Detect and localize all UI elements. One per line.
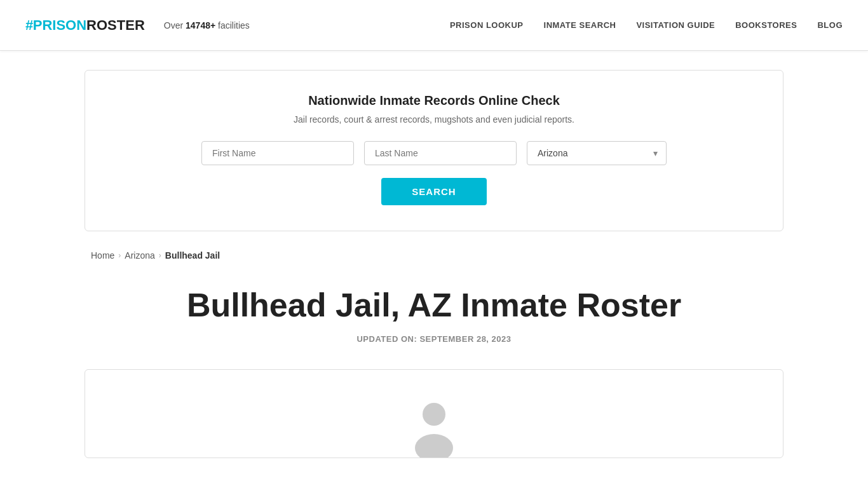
first-name-input[interactable] <box>201 141 354 165</box>
person-silhouette-icon <box>409 400 459 458</box>
chevron-icon-2: › <box>159 251 161 260</box>
person-icon-wrapper <box>409 400 459 458</box>
nav-visitation-guide[interactable]: VISITATION GUIDE <box>636 20 715 30</box>
search-button[interactable]: SEARCH <box>381 178 486 205</box>
state-select-wrapper: AlabamaAlaskaArizonaArkansasCaliforniaCo… <box>527 141 667 165</box>
site-header: #PRISONROSTER Over 14748+ facilities PRI… <box>0 0 868 51</box>
roster-card-inner <box>85 375 783 458</box>
breadcrumb: Home › Arizona › Bullhead Jail <box>85 250 783 261</box>
search-widget: Nationwide Inmate Records Online Check J… <box>85 70 783 231</box>
breadcrumb-home[interactable]: Home <box>91 250 114 261</box>
breadcrumb-state[interactable]: Arizona <box>125 250 154 261</box>
search-form: AlabamaAlaskaArizonaArkansasCaliforniaCo… <box>111 141 757 165</box>
roster-card <box>85 369 783 458</box>
page-title: Bullhead Jail, AZ Inmate Roster <box>13 286 855 324</box>
main-nav: PRISON LOOKUP INMATE SEARCH VISITATION G… <box>450 20 843 30</box>
widget-subtitle: Jail records, court & arrest records, mu… <box>111 114 757 125</box>
updated-on: UPDATED ON: SEPTEMBER 28, 2023 <box>13 334 855 344</box>
search-btn-row: SEARCH <box>111 178 757 205</box>
breadcrumb-current: Bullhead Jail <box>165 250 220 261</box>
state-select[interactable]: AlabamaAlaskaArizonaArkansasCaliforniaCo… <box>527 141 667 165</box>
nav-prison-lookup[interactable]: PRISON LOOKUP <box>450 20 524 30</box>
logo-prison: PRISON <box>33 17 86 34</box>
nav-inmate-search[interactable]: INMATE SEARCH <box>544 20 616 30</box>
logo-hash: # <box>25 17 33 34</box>
facilities-text: Over 14748+ facilities <box>164 20 250 30</box>
nav-bookstores[interactable]: BOOKSTORES <box>735 20 797 30</box>
nav-blog[interactable]: BLOG <box>817 20 843 30</box>
last-name-input[interactable] <box>364 141 517 165</box>
page-title-section: Bullhead Jail, AZ Inmate Roster UPDATED … <box>0 267 868 356</box>
svg-point-0 <box>423 403 445 426</box>
widget-title: Nationwide Inmate Records Online Check <box>111 93 757 108</box>
logo[interactable]: #PRISONROSTER <box>25 17 145 34</box>
chevron-icon-1: › <box>118 251 121 260</box>
svg-point-1 <box>415 434 453 458</box>
logo-roster: ROSTER <box>86 17 145 34</box>
